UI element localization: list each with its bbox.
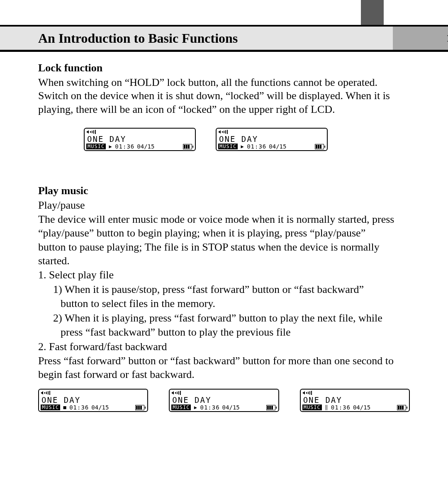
lcd-time: 01:36 [247, 144, 266, 149]
lcd-track-index: 04/15 [91, 405, 109, 410]
play-sub: Play/pause [38, 199, 410, 212]
volume-icon [86, 130, 96, 134]
lcd-mode: MUSIC [218, 144, 238, 149]
battery-icon [183, 144, 193, 149]
lcd-mode: MUSIC [302, 405, 322, 410]
play-li1a: 1) When it is pause/stop, press “fast fo… [38, 283, 410, 297]
lcd-time: 01:36 [200, 405, 219, 410]
thumb-tab [361, 0, 384, 25]
battery-icon [315, 144, 325, 149]
play-p3: Press “fast forward” button or “fast bac… [38, 354, 410, 381]
play-icon: ▶ [193, 405, 197, 410]
lcd-display: ONE DAY MUSIC ▶ 01:36 04/15 [169, 389, 279, 412]
lcd-track-title: ONE DAY [301, 395, 409, 405]
play-icon: ▶ [108, 144, 112, 149]
page-number: 18 [393, 27, 448, 50]
play-p1: The device will enter music mode or voic… [38, 213, 410, 240]
lcd-mode: MUSIC [86, 144, 106, 149]
play-li1: 1. Select play file [38, 268, 410, 282]
play-li1a2: button to select files in the memory. [38, 297, 410, 311]
play-li2: 2. Fast forward/fast backward [38, 340, 410, 354]
lcd-track-title: ONE DAY [39, 395, 147, 405]
section-heading-lock: Lock function [38, 61, 410, 75]
lcd-time: 01:36 [115, 144, 134, 149]
volume-icon [302, 391, 312, 395]
lcd-row-bottom: ONE DAY MUSIC ■ 01:36 04/15 [38, 389, 410, 412]
lock-text: When switching on “HOLD” lock button, al… [38, 76, 410, 117]
lcd-time: 01:36 [331, 405, 351, 410]
stop-icon: ■ [63, 405, 67, 410]
page: An Introduction to Basic Functions 18 Lo… [0, 0, 448, 502]
lcd-time: 01:36 [69, 405, 89, 410]
lcd-track-title: ONE DAY [170, 395, 278, 405]
battery-icon [266, 405, 277, 410]
page-title: An Introduction to Basic Functions [0, 27, 393, 50]
lcd-row-top: ONE DAY MUSIC ▶ 01:36 04/15 [84, 128, 410, 151]
title-bar: An Introduction to Basic Functions 18 [0, 25, 448, 52]
lcd-track-title: ONE DAY [85, 134, 195, 144]
lcd-mode: MUSIC [171, 405, 191, 410]
pause-icon: ‖ [324, 405, 329, 410]
content: Lock function When switching on “HOLD” l… [38, 58, 410, 424]
battery-icon [135, 405, 146, 410]
lcd-track-index: 04/15 [269, 144, 286, 149]
play-li1b2: press “fast backward” button to play the… [38, 326, 410, 339]
play-li1b: 2) When it is playing, press “fast forwa… [38, 312, 410, 325]
lcd-display: ONE DAY MUSIC ■ 01:36 04/15 [38, 389, 148, 412]
volume-icon [41, 391, 50, 395]
lcd-track-index: 04/15 [353, 405, 370, 410]
lcd-display: ONE DAY MUSIC ‖ 01:36 04/15 [300, 389, 410, 412]
play-p2: button to pause playing; The file is in … [38, 241, 410, 268]
lcd-track-title: ONE DAY [217, 134, 327, 144]
volume-icon [171, 391, 181, 395]
lcd-display: ONE DAY MUSIC ▶ 01:36 04/15 [84, 128, 196, 151]
lcd-mode: MUSIC [41, 405, 60, 410]
volume-icon [218, 130, 228, 134]
lcd-track-index: 04/15 [137, 144, 154, 149]
play-icon: ▶ [240, 144, 244, 149]
lcd-display: ONE DAY MUSIC ▶ 01:36 04/15 [216, 128, 328, 151]
battery-icon [397, 405, 407, 410]
lcd-track-index: 04/15 [222, 405, 240, 410]
section-heading-play: Play music [38, 184, 410, 198]
